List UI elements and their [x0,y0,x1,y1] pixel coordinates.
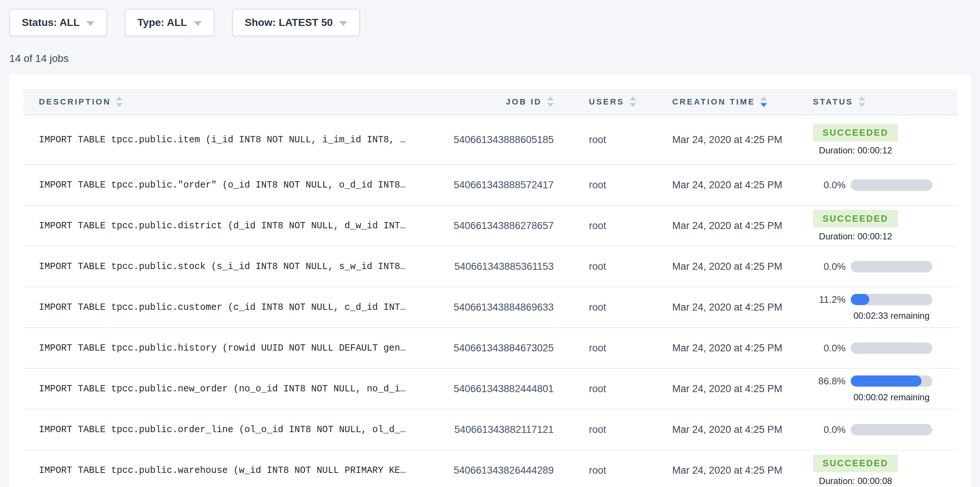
job-description[interactable]: IMPORT TABLE tpcc.public.customer (c_id … [23,287,406,327]
jobs-table: DESCRIPTIONJOB IDUSERSCREATION TIMESTATU… [23,89,958,487]
table-row[interactable]: IMPORT TABLE tpcc.public.customer (c_id … [23,287,958,327]
progress-bar [851,375,932,386]
type-filter-label: Type: ALL [137,17,187,29]
job-status: SUCCEEDEDDuration: 00:00:12 [802,205,958,246]
progress-bar-fill [851,294,869,305]
job-description[interactable]: IMPORT TABLE tpcc.public.stock (s_i_id I… [23,246,406,287]
table-row[interactable]: IMPORT TABLE tpcc.public.district (d_id … [23,205,958,246]
job-duration: Duration: 00:00:12 [819,231,892,242]
job-description[interactable]: IMPORT TABLE tpcc.public.order_line (ol_… [23,409,406,450]
job-status: SUCCEEDEDDuration: 00:00:08 [802,450,958,487]
job-creation-time: Mar 24, 2020 at 4:25 PM [661,246,802,287]
status-filter-dropdown[interactable]: Status: ALL [9,9,107,36]
job-status: 0.0% [802,409,958,450]
job-description[interactable]: IMPORT TABLE tpcc.public."order" (o_id I… [23,164,406,205]
sort-icon [630,96,636,107]
job-creation-time: Mar 24, 2020 at 4:25 PM [661,369,802,409]
job-description[interactable]: IMPORT TABLE tpcc.public.new_order (no_o… [23,369,406,409]
table-row[interactable]: IMPORT TABLE tpcc.public.history (rowid … [23,327,958,369]
chevron-down-icon [86,21,94,26]
job-user: root [554,369,661,409]
chevron-down-icon [339,21,347,26]
progress-bar [851,342,932,354]
progress-bar [851,261,932,272]
progress-percent: 0.0% [813,424,846,436]
job-status: 0.0% [802,327,958,369]
column-header-description[interactable]: DESCRIPTION [23,89,406,115]
status-badge-succeeded: SUCCEEDED [813,454,898,472]
column-label: STATUS [813,97,853,107]
job-creation-time: Mar 24, 2020 at 4:25 PM [661,115,802,164]
sort-icon [116,96,123,107]
time-remaining: 00:00:02 remaining [851,392,932,402]
job-id: 540661343882117121 [406,409,554,450]
job-creation-time: Mar 24, 2020 at 4:25 PM [661,327,802,369]
progress-percent: 86.8% [813,375,846,387]
job-id: 540661343884673025 [406,327,554,369]
chevron-down-icon [194,21,202,26]
job-id: 540661343826444289 [406,450,554,487]
time-remaining: 00:02:33 remaining [851,311,932,321]
progress-bar [851,179,932,190]
job-status: 11.2%00:02:33 remaining [802,287,958,327]
job-creation-time: Mar 24, 2020 at 4:25 PM [661,205,802,246]
job-user: root [554,287,661,327]
table-row[interactable]: IMPORT TABLE tpcc.public.warehouse (w_id… [23,450,958,487]
table-row[interactable]: IMPORT TABLE tpcc.public.stock (s_i_id I… [23,246,958,287]
progress-percent: 0.0% [813,179,846,191]
progress-bar [851,424,932,435]
job-id: 540661343884869633 [406,287,554,327]
job-duration: Duration: 00:00:12 [819,145,892,156]
status-filter-label: Status: ALL [22,17,80,29]
column-header-status[interactable]: STATUS [802,89,958,115]
progress-percent: 11.2% [813,294,846,305]
column-header-job_id[interactable]: JOB ID [406,89,554,115]
job-description[interactable]: IMPORT TABLE tpcc.public.item (i_id INT8… [23,115,406,164]
job-description[interactable]: IMPORT TABLE tpcc.public.warehouse (w_id… [23,450,406,487]
job-user: root [554,115,661,164]
job-id: 540661343886278657 [406,205,554,246]
job-user: root [554,246,661,287]
job-status: 0.0% [802,164,958,205]
table-row[interactable]: IMPORT TABLE tpcc.public.new_order (no_o… [23,369,958,409]
sort-icon [859,96,865,107]
progress-bar-fill [851,375,921,386]
table-row[interactable]: IMPORT TABLE tpcc.public.item (i_id INT8… [23,115,958,164]
status-badge-succeeded: SUCCEEDED [813,124,898,142]
show-filter-dropdown[interactable]: Show: LATEST 50 [232,9,360,36]
table-row[interactable]: IMPORT TABLE tpcc.public."order" (o_id I… [23,164,958,205]
type-filter-dropdown[interactable]: Type: ALL [125,9,215,36]
job-user: root [554,327,661,369]
job-id: 540661343882444801 [406,369,554,409]
job-user: root [554,409,661,450]
column-header-users[interactable]: USERS [554,89,661,115]
job-duration: Duration: 00:00:08 [819,476,892,486]
job-user: root [554,205,661,246]
job-status: 86.8%00:00:02 remaining [802,369,958,409]
column-label: CREATION TIME [672,97,755,107]
jobs-table-card: DESCRIPTIONJOB IDUSERSCREATION TIMESTATU… [9,74,971,487]
job-id: 540661343888572417 [406,164,554,205]
job-user: root [554,450,661,487]
table-row[interactable]: IMPORT TABLE tpcc.public.order_line (ol_… [23,409,958,450]
column-label: JOB ID [506,97,542,107]
column-label: DESCRIPTION [39,97,111,107]
job-id: 540661343888605185 [406,115,554,164]
job-description[interactable]: IMPORT TABLE tpcc.public.history (rowid … [23,327,406,369]
job-status: SUCCEEDEDDuration: 00:00:12 [802,115,958,164]
job-creation-time: Mar 24, 2020 at 4:25 PM [661,409,802,450]
table-header-row: DESCRIPTIONJOB IDUSERSCREATION TIMESTATU… [23,89,958,115]
job-creation-time: Mar 24, 2020 at 4:25 PM [661,287,802,327]
progress-bar [851,294,932,305]
job-creation-time: Mar 24, 2020 at 4:25 PM [661,450,802,487]
job-id: 540661343885361153 [406,246,554,287]
column-header-creation_time[interactable]: CREATION TIME [661,89,802,115]
job-creation-time: Mar 24, 2020 at 4:25 PM [661,164,802,205]
job-user: root [554,164,661,205]
job-status: 0.0% [802,246,958,287]
sort-icon [760,96,767,107]
job-description[interactable]: IMPORT TABLE tpcc.public.district (d_id … [23,205,406,246]
progress-percent: 0.0% [813,261,846,272]
sort-icon [547,96,554,107]
progress-percent: 0.0% [813,342,846,354]
